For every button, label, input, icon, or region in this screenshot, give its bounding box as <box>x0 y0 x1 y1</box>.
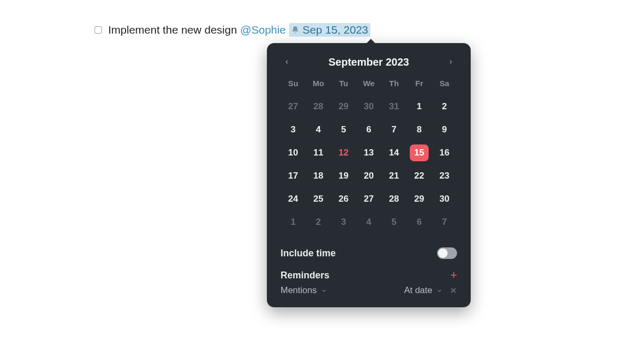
day-of-week-header: Su <box>281 79 306 92</box>
calendar-day[interactable]: 21 <box>385 168 403 184</box>
task-checkbox[interactable] <box>95 26 102 34</box>
calendar-day[interactable]: 28 <box>385 191 403 207</box>
calendar-day[interactable]: 6 <box>359 121 378 138</box>
day-of-week-header: Th <box>381 79 407 92</box>
calendar-day[interactable]: 3 <box>284 121 303 138</box>
calendar-grid: SuMoTuWeThFrSa27282930311234567891011121… <box>281 79 457 231</box>
calendar-day[interactable]: 27 <box>359 191 378 207</box>
day-of-week-header: Tu <box>331 79 356 92</box>
calendar-header: September 2023 <box>281 56 457 68</box>
day-of-week-header: We <box>356 79 381 92</box>
include-time-row: Include time <box>281 242 457 264</box>
reminder-type-select[interactable]: Mentions <box>281 285 327 296</box>
calendar-day[interactable]: 23 <box>435 168 454 184</box>
calendar-day[interactable]: 1 <box>284 214 303 231</box>
calendar-day[interactable]: 12 <box>334 144 353 161</box>
calendar-day[interactable]: 5 <box>385 214 403 231</box>
calendar-day[interactable]: 14 <box>385 144 403 161</box>
date-picker-popover: September 2023 SuMoTuWeThFrSa27282930311… <box>267 43 471 307</box>
calendar-day[interactable]: 26 <box>334 191 353 207</box>
calendar-day[interactable]: 10 <box>284 144 303 161</box>
calendar-day[interactable]: 28 <box>309 98 328 115</box>
reminder-when-label: At date <box>404 285 432 296</box>
calendar-day[interactable]: 4 <box>359 214 378 231</box>
chevron-down-icon <box>437 288 442 294</box>
calendar-title: September 2023 <box>328 56 409 68</box>
calendar-day[interactable]: 6 <box>410 214 429 231</box>
calendar-day[interactable]: 7 <box>385 121 403 138</box>
day-of-week-header: Mo <box>306 79 331 92</box>
include-time-toggle[interactable] <box>437 247 457 259</box>
task-line: Implement the new design @Sophie Sep 15,… <box>95 23 370 37</box>
calendar-day[interactable]: 31 <box>385 98 403 115</box>
reminder-type-label: Mentions <box>281 285 317 296</box>
calendar-day[interactable]: 9 <box>435 121 454 138</box>
calendar-day[interactable]: 13 <box>359 144 378 161</box>
calendar-day[interactable]: 20 <box>359 168 378 184</box>
calendar-day[interactable]: 18 <box>309 168 328 184</box>
calendar-day[interactable]: 2 <box>309 214 328 231</box>
calendar-day[interactable]: 15 <box>410 144 429 161</box>
calendar-day[interactable]: 29 <box>334 98 353 115</box>
prev-month-button[interactable] <box>281 56 293 68</box>
reminder-item: Mentions At date <box>281 282 457 296</box>
toggle-knob <box>438 248 448 258</box>
day-of-week-header: Sa <box>432 79 457 92</box>
reminders-row: Reminders + <box>281 264 457 282</box>
task-date-label: Sep 15, 2023 <box>303 24 368 36</box>
calendar-day[interactable]: 11 <box>309 144 328 161</box>
task-date-chip[interactable]: Sep 15, 2023 <box>289 23 370 37</box>
calendar-day[interactable]: 24 <box>284 191 303 207</box>
task-mention[interactable]: @Sophie <box>240 24 286 36</box>
day-of-week-header: Fr <box>407 79 432 92</box>
calendar-day[interactable]: 7 <box>435 214 454 231</box>
chevron-down-icon <box>321 288 327 294</box>
calendar-day[interactable]: 16 <box>435 144 454 161</box>
task-text[interactable]: Implement the new design <box>108 24 237 36</box>
calendar-day[interactable]: 30 <box>359 98 378 115</box>
next-month-button[interactable] <box>444 56 457 68</box>
calendar-day[interactable]: 22 <box>410 168 429 184</box>
calendar-day[interactable]: 5 <box>334 121 353 138</box>
calendar-day[interactable]: 30 <box>435 191 454 207</box>
calendar-day[interactable]: 19 <box>334 168 353 184</box>
calendar-day[interactable]: 3 <box>334 214 353 231</box>
reminder-when-select[interactable]: At date <box>404 285 442 296</box>
calendar-day[interactable]: 1 <box>410 98 429 115</box>
calendar-day[interactable]: 27 <box>284 98 303 115</box>
calendar-day[interactable]: 4 <box>309 121 328 138</box>
calendar-day[interactable]: 25 <box>309 191 328 207</box>
calendar-day[interactable]: 2 <box>435 98 454 115</box>
include-time-label: Include time <box>281 248 336 259</box>
bell-icon <box>291 26 299 34</box>
add-reminder-button[interactable]: + <box>450 269 457 281</box>
remove-reminder-button[interactable] <box>450 287 457 294</box>
reminders-label: Reminders <box>281 270 329 281</box>
calendar-day[interactable]: 8 <box>410 121 429 138</box>
calendar-day[interactable]: 29 <box>410 191 429 207</box>
calendar-day[interactable]: 17 <box>284 168 303 184</box>
